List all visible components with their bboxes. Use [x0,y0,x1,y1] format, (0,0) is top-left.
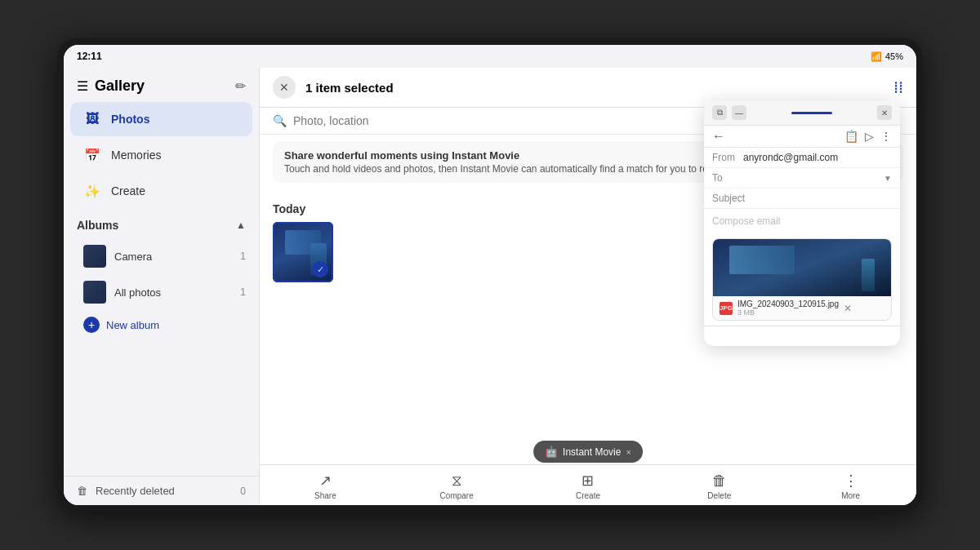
sidebar-item-create[interactable]: ✨ Create [70,174,252,208]
new-album-plus-icon: + [83,317,100,333]
selection-count-label: 1 item selected [305,81,884,95]
create-toolbar-item[interactable]: ⊞ Create [564,472,612,500]
tablet-screen: 12:11 📶 45% ☰ Gallery ✏ 🖼 [64,45,916,505]
ai-icon: 🤖 [545,446,558,458]
more-toolbar-item[interactable]: ⋮ More [826,472,875,500]
pill-close-icon[interactable]: × [626,447,630,457]
window-minimize-button[interactable]: — [732,105,746,120]
status-time: 12:11 [77,51,102,62]
create-nav-icon: ✨ [83,182,101,200]
email-back-button[interactable]: ← [712,129,725,144]
share-icon: ↗ [319,472,332,490]
album-item-all-photos[interactable]: All photos 1 [64,274,259,310]
delete-icon: 🗑 [712,472,727,490]
deselect-button[interactable]: ✕ [273,76,296,99]
wifi-icon: 📶 [871,51,882,62]
email-overlay-header: ⧉ — ✕ [704,100,900,126]
recently-deleted-item[interactable]: 🗑 Recently deleted 0 [64,476,259,505]
photos-nav-icon: 🖼 [83,110,101,128]
email-from-field: From anyrondc@gmail.com [704,148,900,168]
trash-icon: 🗑 [77,485,87,497]
compare-toolbar-item[interactable]: ⧖ Compare [432,472,481,500]
attachment-file-icon: JPG [719,302,733,315]
compare-label: Compare [440,491,474,500]
sidebar-header: ☰ Gallery ✏ [64,68,259,101]
search-icon: 🔍 [273,114,287,127]
sidebar-item-photos[interactable]: 🖼 Photos [70,102,252,136]
status-bar: 12:11 📶 45% [64,45,916,68]
all-photos-album-label: All photos [114,286,161,299]
camera-album-count: 1 [240,251,246,262]
compose-placeholder: Compose email [712,215,780,227]
email-window-controls: ⧉ — [712,105,746,120]
album-item-camera[interactable]: Camera 1 [64,238,259,274]
to-input[interactable] [743,172,884,184]
subject-input[interactable] [743,193,892,204]
compare-icon: ⧖ [452,472,462,490]
attachment-image-preview [713,239,891,296]
email-nav-row: ← 📋 ▷ ⋮ [704,126,900,148]
battery-icon: 45% [885,51,903,61]
photos-nav-label: Photos [111,113,149,126]
sidebar-title-row: ☰ Gallery [77,78,145,95]
share-toolbar-item[interactable]: ↗ Share [301,472,350,500]
from-value: anyrondc@gmail.com [743,152,838,163]
instant-movie-pill: 🤖 Instant Movie × [533,441,643,463]
share-label: Share [314,491,336,500]
hamburger-icon[interactable]: ☰ [77,78,88,94]
status-icons: 📶 45% [871,51,903,62]
memories-nav-icon: 📅 [83,146,101,164]
sidebar: ☰ Gallery ✏ 🖼 Photos 📅 Memories ✨ Create [64,68,260,505]
recently-deleted-label: Recently deleted [96,485,175,497]
attachment-size: 3 MB [737,308,839,317]
delete-toolbar-item[interactable]: 🗑 Delete [695,472,744,500]
email-more-icon[interactable]: ⋮ [880,130,892,143]
email-to-field[interactable]: To ▼ [704,168,900,189]
more-icon: ⋮ [844,472,858,490]
email-archive-icon[interactable]: 📋 [844,130,858,143]
sidebar-app-title: Gallery [95,78,145,95]
from-label: From [712,152,743,163]
camera-album-label: Camera [114,251,152,263]
window-tile-button[interactable]: ⧉ [712,105,727,120]
to-expand-icon[interactable]: ▼ [884,174,892,183]
more-label: More [841,491,860,500]
attachment-filename: IMG_20240903_120915.jpg [737,299,839,308]
app-container: ☰ Gallery ✏ 🖼 Photos 📅 Memories ✨ Create [64,68,916,505]
albums-header[interactable]: Albums ▲ [64,212,259,238]
albums-chevron-icon: ▲ [236,220,246,231]
recently-deleted-count: 0 [240,486,246,497]
email-window-close-button[interactable]: ✕ [877,105,892,120]
bottom-toolbar: ↗ Share ⧖ Compare ⊞ Create 🗑 [260,464,916,505]
all-photos-album-count: 1 [240,286,246,298]
to-label: To [712,172,743,184]
email-overlay: ⧉ — ✕ ← 📋 ▷ ⋮ [704,100,900,346]
email-send-area [704,326,900,346]
albums-section-title: Albums [77,219,118,232]
delete-label: Delete [707,491,731,500]
email-subject-field[interactable]: Subject [704,189,900,209]
memories-nav-label: Memories [111,149,161,162]
attachment-filename-row: JPG IMG_20240903_120915.jpg 3 MB ✕ [713,296,891,320]
email-send-icon[interactable]: ▷ [865,130,874,143]
email-progress-bar [791,112,832,114]
tablet-frame: 12:11 📶 45% ☰ Gallery ✏ 🖼 [57,38,923,512]
sidebar-item-memories[interactable]: 📅 Memories [70,138,252,172]
photo-thumbnail [273,222,333,282]
create-toolbar-icon: ⊞ [581,472,594,490]
all-photos-album-thumb [83,281,106,304]
edit-icon[interactable]: ✏ [235,78,246,94]
create-nav-label: Create [111,184,145,197]
email-attachment-preview: JPG IMG_20240903_120915.jpg 3 MB ✕ [712,238,892,321]
albums-section: Albums ▲ Camera 1 All photos 1 + [64,212,259,339]
camera-album-thumb [83,245,106,268]
content-wrapper: ✕ 1 item selected ⁞⁞ 🔍 Share wonderful m… [260,68,916,505]
apps-grid-icon[interactable]: ⁞⁞ [893,78,903,97]
close-icon: ✕ [279,81,289,94]
photo-item[interactable]: ✓ [273,222,333,282]
email-action-icons: 📋 ▷ ⋮ [844,130,892,143]
new-album-label: New album [106,319,159,331]
new-album-button[interactable]: + New album [64,310,259,339]
attachment-remove-button[interactable]: ✕ [844,303,852,314]
email-compose-area[interactable]: Compose email [704,209,900,233]
